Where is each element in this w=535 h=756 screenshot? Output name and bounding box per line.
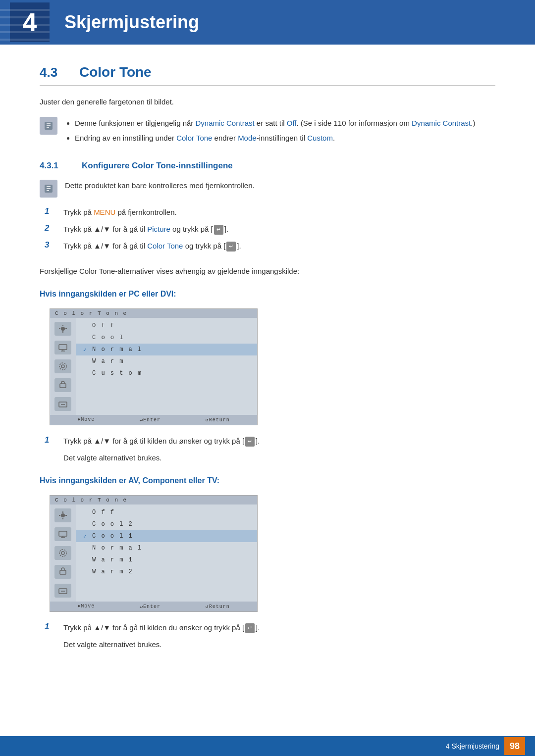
link-dynamic-contrast-2: Dynamic Contrast [412, 119, 471, 127]
page-footer: 4 Skjermjustering 98 [0, 736, 535, 756]
chapter-number-box: 4 [10, 2, 50, 42]
av-step-1: 1 Trykk på ▲/▼ for å gå til kilden du øn… [40, 622, 495, 634]
enter-key-2: ↵ [226, 242, 236, 252]
subsection-heading: 4.3.1 Konfigurere Color Tone-innstilling… [40, 161, 495, 171]
svg-rect-31 [59, 531, 67, 536]
link-color-tone: Color Tone [176, 134, 212, 142]
pc-menu-title-text: C o l o r T o n e [55, 310, 127, 316]
pencil-icon [43, 120, 54, 131]
section-title: Color Tone [79, 64, 152, 80]
svg-rect-23 [60, 384, 66, 388]
svg-point-26 [61, 513, 65, 517]
subsection-number: 4.3.1 [40, 161, 74, 171]
svg-point-21 [61, 365, 64, 368]
step-1-number: 1 [45, 206, 59, 216]
note-list: Denne funksjonen er tilgjengelig når Dyn… [65, 117, 495, 144]
link-dynamic-contrast: Dynamic Contrast [196, 119, 255, 127]
step-2-number: 2 [45, 223, 59, 233]
chapter-number: 4 [23, 7, 37, 37]
pc-footer-move: ♦Move [77, 417, 95, 423]
av-sidebar-icons [50, 504, 76, 602]
av-menu-item-warm1: W a r m 1 [76, 554, 257, 566]
link-menu: MENU [94, 208, 115, 216]
av-menu-items: O f f C o o l 2 ✓C o o l 1 N o r m a l W… [76, 504, 257, 602]
pc-section-heading: Hvis inngangskilden er PC eller DVI: [40, 290, 495, 299]
link-mode: Mode [238, 134, 257, 142]
av-menu-title: C o l o r T o n e [50, 496, 257, 504]
av-menu-footer: ♦Move ↵Enter ↺Return [50, 602, 257, 611]
step-3-number: 3 [45, 240, 59, 250]
subsection-note-icon [40, 180, 57, 198]
main-content: 4.3 Color Tone Juster den generelle farg… [0, 45, 535, 694]
av-footer-move: ♦Move [77, 604, 95, 609]
av-menu-item-normal: N o r m a l [76, 542, 257, 554]
av-menu-item-cool1: ✓C o o l 1 [76, 530, 257, 542]
pc-step-text: Trykk på ▲/▼ for å gå til kilden du ønsk… [63, 435, 260, 447]
pc-step-1: 1 Trykk på ▲/▼ for å gå til kilden du øn… [40, 435, 495, 447]
av-icon-speaker [54, 584, 71, 598]
step-1: 1 Trykk på MENU på fjernkontrollen. [40, 206, 495, 218]
svg-point-13 [61, 327, 65, 331]
step-1-text: Trykk på MENU på fjernkontrollen. [63, 206, 177, 218]
subsection-title: Konfigurere Color Tone-innstillingene [82, 161, 233, 171]
section-number: 4.3 [40, 65, 69, 80]
icon-gear-2 [54, 378, 71, 392]
av-menu-item-cool2: C o o l 2 [76, 518, 257, 530]
svg-rect-36 [60, 570, 66, 574]
av-monitor-mockup: C o l o r T o n e [50, 495, 258, 612]
pc-menu-item-cool: C o o l [76, 332, 257, 344]
pc-sidebar-icons [50, 318, 76, 415]
step-2: 2 Trykk på ▲/▼ for å gå til Picture og t… [40, 223, 495, 235]
av-icon-sun [54, 508, 71, 522]
pc-menu-items: O f f C o o l ✓N o r m a l W a r m C u s… [76, 318, 257, 415]
subsection-note-text: Dette produktet kan bare kontrolleres me… [65, 180, 255, 192]
note-icon [40, 117, 57, 135]
step-3-text: Trykk på ▲/▼ for å gå til Color Tone og … [63, 240, 241, 252]
info-text: Forskjellige Color Tone-alternativer vis… [40, 265, 495, 277]
icon-display [54, 341, 71, 354]
icon-gear [54, 359, 71, 373]
av-menu-item-warm2: W a r m 2 [76, 566, 257, 578]
av-menu-body: O f f C o o l 2 ✓C o o l 1 N o r m a l W… [50, 504, 257, 602]
enter-key-1: ↵ [214, 225, 223, 235]
enter-key-av: ↵ [245, 623, 255, 633]
chapter-title: Skjermjustering [64, 12, 199, 33]
av-footer-enter: ↵Enter [140, 604, 160, 609]
link-custom: Custom [307, 134, 333, 142]
av-substep: Det valgte alternativet brukes. [40, 639, 495, 651]
enter-key-pc: ↵ [245, 437, 255, 447]
pc-menu-title: C o l o r T o n e [50, 309, 257, 318]
av-section-heading: Hvis inngangskilden er AV, Component ell… [40, 476, 495, 485]
icon-sun [54, 322, 71, 336]
footer-page-number: 98 [504, 737, 525, 755]
svg-point-35 [59, 550, 66, 556]
pc-menu-item-normal: ✓N o r m a l [76, 344, 257, 355]
pc-menu-footer: ♦Move ↵Enter ↺Return [50, 415, 257, 425]
note-item-1: Denne funksjonen er tilgjengelig når Dyn… [75, 117, 495, 130]
pc-monitor-mockup: C o l o r T o n e [50, 308, 258, 425]
av-step-num: 1 [45, 622, 59, 632]
svg-point-22 [59, 363, 66, 370]
step-2-text: Trykk på ▲/▼ for å gå til Picture og try… [63, 223, 228, 235]
svg-point-34 [61, 552, 64, 554]
pc-step-num: 1 [45, 435, 59, 445]
link-off: Off [287, 119, 297, 127]
av-icon-gear [54, 546, 71, 560]
footer-label: 4 Skjermjustering [446, 742, 499, 750]
pc-footer-return: ↺Return [206, 417, 230, 423]
page-header: 4 Skjermjustering [0, 0, 535, 45]
icon-speaker [54, 397, 71, 411]
subsection-note-box: Dette produktet kan bare kontrolleres me… [40, 180, 495, 198]
av-footer-return: ↺Return [206, 604, 230, 609]
pc-substep: Det valgte alternativet brukes. [40, 452, 495, 464]
pc-menu-item-custom: C u s t o m [76, 367, 257, 379]
pencil-icon-2 [43, 183, 54, 194]
svg-rect-18 [59, 345, 67, 350]
av-menu-title-text: C o l o r T o n e [55, 497, 127, 503]
section-heading: 4.3 Color Tone [40, 64, 495, 86]
pc-menu-item-warm: W a r m [76, 355, 257, 367]
note-content: Denne funksjonen er tilgjengelig når Dyn… [65, 117, 495, 146]
note-box: Denne funksjonen er tilgjengelig når Dyn… [40, 117, 495, 146]
pc-menu-body: O f f C o o l ✓N o r m a l W a r m C u s… [50, 318, 257, 415]
link-color-tone-step: Color Tone [147, 242, 183, 250]
